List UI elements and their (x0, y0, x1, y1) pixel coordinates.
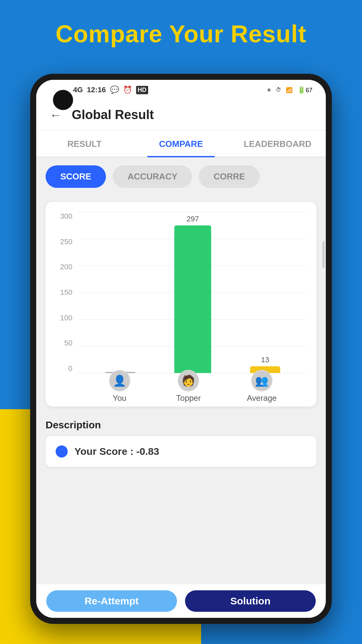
wifi-icon: 📶 (286, 87, 293, 93)
hd-icon: HD (136, 86, 148, 94)
y-label-50: 50 (64, 339, 72, 347)
you-label: You (113, 393, 126, 403)
phone-screen: 4G 12:16 💬 ⏰ HD ✳ ⏱ 📶 🔋67 ← Global Resul… (36, 80, 326, 618)
tab-bar: RESULT COMPARE LEADERBOARD (36, 130, 326, 157)
bars-area: 297 13 (79, 212, 306, 373)
alarm-icon: ⏰ (123, 86, 132, 94)
y-label-100: 100 (60, 314, 72, 322)
tab-leaderboard[interactable]: LEADERBOARD (229, 130, 326, 157)
pill-score[interactable]: SCORE (46, 165, 106, 188)
topper-label: Topper (176, 393, 201, 403)
y-label-300: 300 (60, 212, 72, 221)
average-label-group: 👥 Average (247, 370, 277, 403)
y-label-250: 250 (60, 237, 72, 246)
bluetooth-icon: ✳ (267, 87, 271, 93)
pill-accuracy[interactable]: ACCURACY (113, 165, 192, 188)
scroll-hint (322, 241, 324, 268)
y-label-0: 0 (68, 364, 72, 373)
average-avatar: 👥 (251, 370, 273, 391)
y-axis: 300 250 200 150 100 50 0 (56, 212, 76, 373)
bottom-buttons: Re-Attempt Solution (36, 584, 326, 618)
you-avatar: 👤 (109, 370, 130, 391)
y-label-150: 150 (60, 288, 72, 297)
topper-label-group: 🧑 Topper (176, 370, 201, 403)
page-title: Compare Your Result (0, 20, 362, 48)
description-title: Description (46, 419, 316, 431)
sub-tabs: SCORE ACCURACY CORRE (36, 157, 326, 196)
chart-container: 300 250 200 150 100 50 0 (46, 202, 316, 407)
reattempt-button[interactable]: Re-Attempt (46, 590, 177, 612)
your-score-text: Your Score : -0.83 (74, 446, 159, 457)
you-label-group: 👤 You (109, 370, 130, 403)
msg-icon: 💬 (110, 86, 119, 94)
status-left: 4G 12:16 💬 ⏰ HD (73, 86, 148, 94)
bar-topper: 297 (174, 215, 211, 373)
camera-hole (53, 90, 73, 110)
status-right: ✳ ⏱ 📶 🔋67 (267, 86, 312, 94)
tab-compare[interactable]: COMPARE (133, 130, 229, 157)
bar-topper-rect (174, 225, 211, 373)
clock-icon: ⏱ (276, 87, 281, 93)
score-dot (56, 445, 68, 458)
average-label: Average (247, 393, 277, 403)
bar-average-value: 13 (261, 356, 269, 364)
phone-frame: 4G 12:16 💬 ⏰ HD ✳ ⏱ 📶 🔋67 ← Global Resul… (30, 74, 332, 624)
back-button[interactable]: ← (50, 108, 62, 122)
chart-area: 300 250 200 150 100 50 0 (56, 212, 306, 400)
battery-icon: 🔋67 (297, 86, 312, 94)
avatars-row: 👤 You 🧑 Topper 👥 Avera (79, 373, 306, 400)
solution-button[interactable]: Solution (185, 590, 316, 612)
time-display: 12:16 (87, 86, 106, 94)
bar-topper-value: 297 (187, 215, 199, 223)
app-header: ← Global Result (36, 100, 326, 130)
description-card: Your Score : -0.83 (46, 436, 316, 467)
topper-avatar: 🧑 (178, 370, 199, 391)
pill-corre[interactable]: CORRE (199, 165, 260, 188)
signal-icon: 4G (73, 86, 83, 94)
header-title: Global Result (72, 108, 154, 122)
y-label-200: 200 (60, 263, 72, 271)
status-bar: 4G 12:16 💬 ⏰ HD ✳ ⏱ 📶 🔋67 (36, 80, 326, 100)
description-section: Description Your Score : -0.83 (36, 413, 326, 470)
tab-result[interactable]: RESULT (36, 130, 133, 157)
